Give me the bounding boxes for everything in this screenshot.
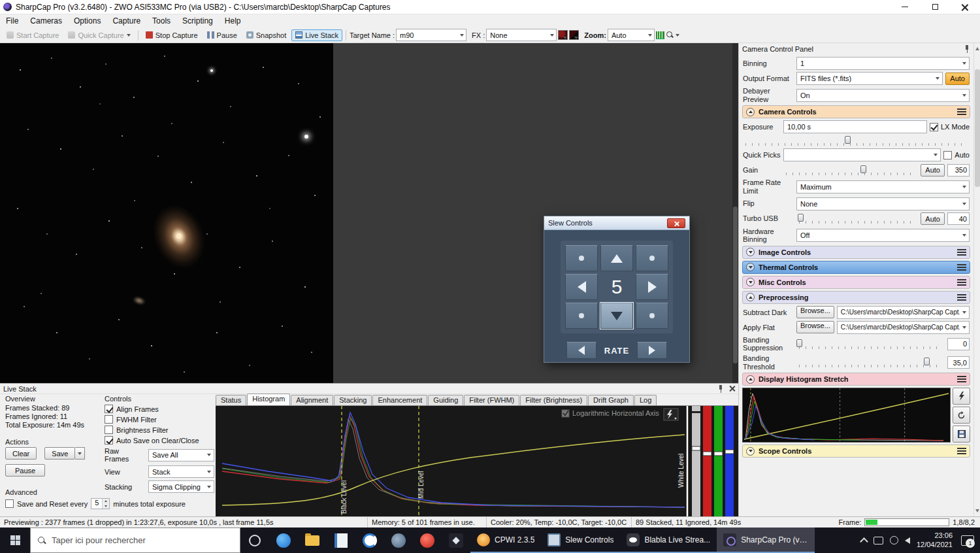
image-controls-header[interactable]: Image Controls — [742, 246, 970, 259]
tab-alignment[interactable]: Alignment — [291, 395, 333, 405]
star-app-button[interactable] — [442, 528, 470, 553]
taskbar-app-sharpcap[interactable]: SharpCap Pro (v3... — [717, 528, 815, 553]
slider-thumb[interactable] — [845, 136, 851, 144]
slew-down-button[interactable] — [600, 303, 633, 329]
slider-thumb[interactable] — [924, 358, 930, 365]
banding-suppression-value[interactable]: 0 — [947, 338, 970, 350]
display-tray-icon[interactable] — [874, 537, 883, 545]
colour-swatch-icon-2[interactable] — [569, 30, 579, 40]
camera-image[interactable] — [0, 43, 333, 383]
slew-close-button[interactable] — [667, 218, 685, 228]
c-app-button[interactable] — [355, 528, 384, 553]
scroll-up-icon[interactable] — [975, 47, 979, 50]
slew-up-button[interactable] — [600, 245, 633, 271]
tab-log[interactable]: Log — [634, 395, 657, 405]
menu-scripting[interactable]: Scripting — [176, 15, 219, 27]
binning-dropdown[interactable]: 1 — [796, 57, 970, 70]
section-menu-icon[interactable] — [957, 109, 966, 115]
menu-cameras[interactable]: Cameras — [24, 15, 68, 27]
snapshot-button[interactable]: Snapshot — [242, 29, 290, 41]
pin-icon[interactable] — [717, 385, 724, 393]
misc-controls-header[interactable]: Misc Controls — [742, 276, 970, 289]
taskbar-clock[interactable]: 23:06 12/04/2021 — [917, 531, 953, 550]
expand-icon[interactable] — [746, 263, 755, 271]
gain-slider[interactable] — [783, 165, 918, 176]
fx-combo[interactable]: None — [486, 29, 557, 41]
live-stack-titlebar[interactable]: Live Stack — [0, 384, 738, 394]
save-stretch-button[interactable] — [953, 426, 970, 443]
menu-tools[interactable]: Tools — [146, 15, 176, 27]
reset-stretch-button[interactable] — [953, 407, 970, 424]
tab-enhancement[interactable]: Enhancement — [372, 395, 427, 405]
quick-picks-dropdown[interactable] — [783, 148, 941, 161]
slider-thumb[interactable] — [798, 214, 804, 222]
raw-frames-dropdown[interactable]: Save All — [148, 449, 214, 461]
pause-stack-button[interactable]: Pause — [5, 464, 45, 477]
section-menu-icon[interactable] — [957, 249, 966, 256]
save-reset-checkbox[interactable] — [5, 499, 14, 508]
close-icon[interactable] — [729, 386, 735, 392]
edge-button[interactable] — [269, 528, 298, 553]
taskbar-app-cpwi[interactable]: CPWI 2.3.5 — [470, 528, 541, 553]
save-dropdown-button[interactable] — [75, 447, 85, 460]
frame-rate-limit-dropdown[interactable]: Maximum — [796, 180, 970, 193]
slew-titlebar[interactable]: Slew Controls — [544, 216, 689, 230]
brightness-filter-checkbox[interactable] — [105, 426, 113, 434]
display-histogram-stretch-header[interactable]: Display Histogram Stretch — [742, 373, 970, 386]
pin-icon[interactable] — [964, 45, 970, 53]
banding-threshold-slider[interactable] — [796, 357, 945, 368]
zoom-magnifier-icon[interactable] — [666, 31, 674, 39]
viewport-scrollbar[interactable] — [732, 43, 738, 383]
output-format-dropdown[interactable]: FITS files (*.fits) — [796, 72, 943, 85]
fwhm-filter-checkbox[interactable] — [105, 415, 113, 424]
collapse-icon[interactable] — [746, 375, 755, 384]
exposure-input[interactable]: 10,00 s — [783, 120, 927, 133]
rate-increase-button[interactable] — [637, 342, 667, 359]
save-reset-spinner[interactable]: 5 — [91, 498, 110, 509]
file-explorer-button[interactable] — [298, 528, 327, 553]
slew-up-right-button[interactable] — [636, 245, 668, 271]
volume-icon[interactable] — [905, 537, 910, 544]
tab-filter-brightness[interactable]: Filter (Brightness) — [520, 395, 587, 405]
taskbar-app-discord[interactable]: Blabla Live Strea... — [620, 528, 717, 553]
save-button[interactable]: Save — [44, 447, 75, 460]
taskbar-app-slew[interactable]: Slew Controls — [541, 528, 620, 553]
update-tray-icon[interactable] — [890, 536, 898, 545]
tab-stacking[interactable]: Stacking — [334, 395, 372, 405]
hardware-binning-dropdown[interactable]: Off — [796, 229, 970, 242]
quick-capture-button[interactable]: Quick Capture — [64, 29, 134, 41]
colour-swatch-icon-1[interactable] — [558, 30, 568, 40]
spin-up-icon[interactable] — [103, 499, 109, 504]
lx-mode-checkbox[interactable] — [930, 123, 938, 131]
camera-controls-header[interactable]: Camera Controls — [742, 105, 970, 118]
maximize-button[interactable] — [920, 0, 950, 14]
subtract-dark-path-dropdown[interactable]: C:\Users\marcb\Desktop\SharpCap Capt... — [837, 306, 970, 319]
pause-button[interactable]: Pause — [203, 29, 241, 41]
slider-thumb[interactable] — [796, 339, 802, 347]
spin-down-icon[interactable] — [103, 504, 109, 509]
globe-app-button[interactable] — [384, 528, 413, 553]
tray-expand-icon[interactable] — [860, 537, 868, 546]
gain-value[interactable]: 350 — [947, 164, 970, 176]
tab-histogram[interactable]: Histogram — [247, 394, 290, 405]
notes-app-button[interactable] — [327, 528, 355, 553]
start-capture-button[interactable]: Start Capture — [3, 29, 63, 41]
slew-up-left-button[interactable] — [565, 245, 598, 271]
turbo-usb-auto-button[interactable]: Auto — [921, 212, 945, 225]
banding-suppression-slider[interactable] — [796, 339, 945, 350]
exposure-slider[interactable] — [743, 135, 970, 146]
turbo-usb-slider[interactable] — [796, 213, 918, 224]
live-stack-button[interactable]: Live Stack — [291, 29, 342, 41]
histogram-icon[interactable] — [656, 31, 664, 39]
close-button[interactable] — [950, 0, 980, 14]
slew-right-button[interactable] — [636, 274, 668, 300]
expand-icon[interactable] — [746, 248, 755, 256]
section-menu-icon[interactable] — [957, 448, 966, 454]
blue-level-bar[interactable] — [725, 406, 734, 517]
gain-auto-button[interactable]: Auto — [921, 164, 945, 176]
exposure-auto-checkbox[interactable] — [943, 151, 952, 159]
menu-capture[interactable]: Capture — [106, 15, 146, 27]
cortana-button[interactable] — [240, 528, 269, 553]
section-menu-icon[interactable] — [957, 376, 966, 382]
panel-scrollbar[interactable] — [973, 43, 980, 516]
